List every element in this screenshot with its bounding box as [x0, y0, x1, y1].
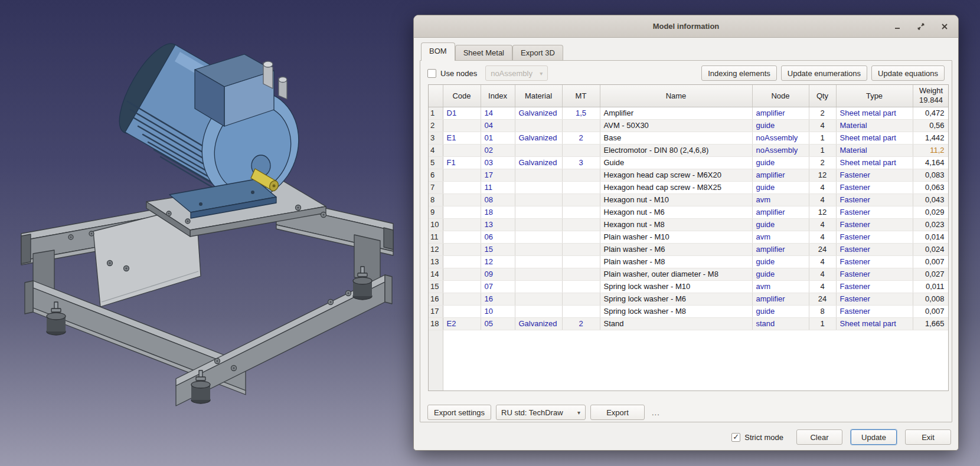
cell-mt[interactable] — [562, 231, 600, 243]
cell-name[interactable]: Spring lock washer - M10 — [600, 280, 752, 293]
cell-index[interactable]: 12 — [481, 255, 515, 268]
table-row[interactable]: 402Electromotor - DIN 80 (2,4,6,8)noAsse… — [429, 144, 949, 156]
tab-export-3d[interactable]: Export 3D — [512, 45, 563, 61]
cell-num[interactable]: 13 — [429, 255, 443, 268]
cell-type[interactable]: Fastener — [836, 305, 913, 317]
cell-num[interactable]: 16 — [429, 293, 443, 305]
cell-mt[interactable] — [562, 268, 600, 280]
cell-mt[interactable]: 2 — [562, 317, 600, 330]
cell-material[interactable] — [515, 144, 562, 156]
table-row[interactable]: 204AVM - 50X30guide4Material0,56 — [429, 119, 949, 132]
cell-node[interactable]: guide — [752, 218, 809, 231]
cell-index[interactable]: 03 — [481, 156, 515, 169]
table-row[interactable]: 918Hexagon nut - M6amplifier12Fastener0,… — [429, 206, 949, 218]
col-header-code[interactable]: Code — [443, 85, 481, 107]
cell-weight[interactable]: 0,011 — [913, 280, 949, 293]
col-header-weight[interactable]: Weight 19.844 — [913, 85, 949, 107]
cell-qty[interactable]: 4 — [809, 119, 836, 132]
cell-index[interactable]: 05 — [481, 317, 515, 330]
cell-code[interactable] — [443, 255, 481, 268]
cell-type[interactable]: Sheet metal part — [836, 107, 913, 119]
update-equations-button[interactable]: Update equations — [871, 65, 945, 81]
cell-type[interactable]: Fastener — [836, 193, 913, 206]
cell-qty[interactable]: 24 — [809, 293, 836, 305]
cell-weight[interactable]: 0,029 — [913, 206, 949, 218]
cell-code[interactable] — [443, 218, 481, 231]
exit-button[interactable]: Exit — [905, 429, 951, 445]
cell-num[interactable]: 18 — [429, 317, 443, 330]
cell-material[interactable] — [515, 280, 562, 293]
cell-index[interactable]: 16 — [481, 293, 515, 305]
cell-type[interactable]: Sheet metal part — [836, 317, 913, 330]
cell-code[interactable] — [443, 144, 481, 156]
cell-index[interactable]: 11 — [481, 181, 515, 193]
cell-node[interactable]: avm — [752, 280, 809, 293]
cell-material[interactable] — [515, 181, 562, 193]
cell-num[interactable]: 14 — [429, 268, 443, 280]
cell-qty[interactable]: 1 — [809, 144, 836, 156]
cell-node[interactable]: stand — [752, 317, 809, 330]
cell-mt[interactable] — [562, 280, 600, 293]
col-header-type[interactable]: Type — [836, 85, 913, 107]
update-enumerations-button[interactable]: Update enumerations — [781, 65, 867, 81]
col-header-name[interactable]: Name — [600, 85, 752, 107]
cell-code[interactable] — [443, 181, 481, 193]
cell-weight[interactable]: 0,007 — [913, 255, 949, 268]
col-header-node[interactable]: Node — [752, 85, 809, 107]
export-settings-button[interactable]: Export settings — [427, 405, 491, 420]
cell-qty[interactable]: 4 — [809, 193, 836, 206]
cell-node[interactable]: amplifier — [752, 107, 809, 119]
table-row[interactable]: 1409Plain washer, outer diameter - M8gui… — [429, 268, 949, 280]
cell-name[interactable]: Hexagon nut - M6 — [600, 206, 752, 218]
cell-index[interactable]: 02 — [481, 144, 515, 156]
table-row[interactable]: 5F103Galvanized3Guideguide2Sheet metal p… — [429, 156, 949, 169]
cell-name[interactable]: Stand — [600, 317, 752, 330]
cell-index[interactable]: 10 — [481, 305, 515, 317]
cell-qty[interactable]: 2 — [809, 156, 836, 169]
table-row[interactable]: 3E101Galvanized2BasenoAssembly1Sheet met… — [429, 132, 949, 144]
cell-weight[interactable]: 4,164 — [913, 156, 949, 169]
cell-code[interactable] — [443, 169, 481, 181]
cell-type[interactable]: Fastener — [836, 169, 913, 181]
cell-name[interactable]: Electromotor - DIN 80 (2,4,6,8) — [600, 144, 752, 156]
cell-code[interactable] — [443, 119, 481, 132]
cell-code[interactable] — [443, 293, 481, 305]
cell-name[interactable]: Plain washer - M10 — [600, 231, 752, 243]
cell-material[interactable] — [515, 206, 562, 218]
cell-mt[interactable] — [562, 243, 600, 255]
cell-name[interactable]: Spring lock washer - M6 — [600, 293, 752, 305]
cell-type[interactable]: Fastener — [836, 206, 913, 218]
cell-code[interactable] — [443, 193, 481, 206]
indexing-elements-button[interactable]: Indexing elements — [701, 65, 777, 81]
cell-material[interactable]: Galvanized — [515, 156, 562, 169]
cell-name[interactable]: Spring lock washer - M8 — [600, 305, 752, 317]
cell-name[interactable]: Hexagon head cap screw - M6X20 — [600, 169, 752, 181]
col-header-num[interactable] — [429, 85, 443, 107]
standard-combo[interactable]: RU std: TechDraw ▾ — [496, 405, 586, 420]
cell-material[interactable] — [515, 305, 562, 317]
cell-index[interactable]: 17 — [481, 169, 515, 181]
cell-mt[interactable] — [562, 255, 600, 268]
cell-type[interactable]: Sheet metal part — [836, 132, 913, 144]
cell-num[interactable]: 3 — [429, 132, 443, 144]
cell-index[interactable]: 01 — [481, 132, 515, 144]
table-row[interactable]: 18E205Galvanized2Standstand1Sheet metal … — [429, 317, 949, 330]
cell-code[interactable]: E1 — [443, 132, 481, 144]
cell-index[interactable]: 07 — [481, 280, 515, 293]
cell-num[interactable]: 11 — [429, 231, 443, 243]
cell-num[interactable]: 1 — [429, 107, 443, 119]
cell-mt[interactable] — [562, 218, 600, 231]
cell-material[interactable]: Galvanized — [515, 132, 562, 144]
cell-material[interactable] — [515, 268, 562, 280]
cell-material[interactable] — [515, 231, 562, 243]
cell-qty[interactable]: 1 — [809, 132, 836, 144]
cell-material[interactable]: Galvanized — [515, 317, 562, 330]
cell-code[interactable] — [443, 206, 481, 218]
cell-material[interactable] — [515, 293, 562, 305]
cell-qty[interactable]: 4 — [809, 280, 836, 293]
cell-qty[interactable]: 4 — [809, 268, 836, 280]
minimize-button[interactable] — [893, 22, 901, 31]
table-row[interactable]: 1710Spring lock washer - M8guide8Fastene… — [429, 305, 949, 317]
cell-qty[interactable]: 1 — [809, 317, 836, 330]
cell-weight[interactable]: 0,014 — [913, 231, 949, 243]
